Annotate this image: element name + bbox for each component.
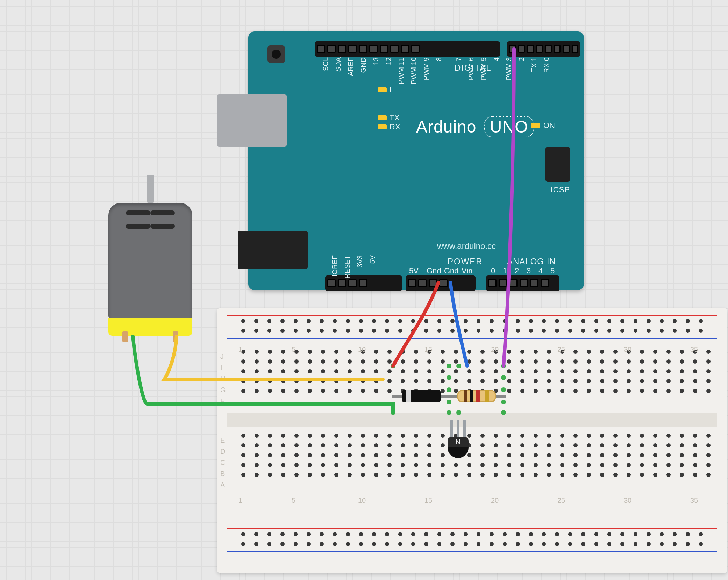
tie-point[interactable] — [241, 434, 245, 438]
tie-point[interactable] — [374, 359, 378, 364]
tie-point[interactable] — [374, 453, 378, 457]
tie-point[interactable] — [385, 319, 389, 323]
pin-socket[interactable] — [359, 45, 367, 53]
tie-point[interactable] — [647, 532, 650, 536]
tie-point[interactable] — [307, 542, 311, 546]
tie-point[interactable] — [398, 542, 402, 546]
tie-point[interactable] — [241, 532, 245, 536]
tie-point[interactable] — [587, 443, 591, 447]
tie-point[interactable] — [308, 473, 312, 477]
tie-point[interactable] — [542, 542, 546, 546]
tie-point[interactable] — [693, 369, 697, 373]
tie-point[interactable] — [503, 532, 507, 536]
tie-point[interactable] — [321, 379, 325, 383]
tie-point[interactable] — [534, 369, 538, 373]
tie-point[interactable] — [560, 473, 564, 477]
tie-point[interactable] — [699, 329, 703, 333]
tie-point[interactable] — [547, 473, 551, 477]
tie-point[interactable] — [653, 463, 657, 467]
tie-point[interactable] — [653, 443, 657, 447]
motor-terminal-right[interactable] — [173, 331, 178, 342]
tie-point[interactable] — [387, 350, 392, 354]
tie-point[interactable] — [706, 453, 711, 457]
tie-point[interactable] — [600, 473, 604, 477]
tie-point[interactable] — [573, 443, 578, 447]
tie-point[interactable] — [653, 350, 657, 354]
tie-point[interactable] — [281, 463, 285, 467]
tie-point[interactable] — [666, 379, 671, 383]
tie-point[interactable] — [613, 359, 618, 364]
tie-point[interactable] — [268, 473, 272, 477]
tie-point[interactable] — [414, 473, 418, 477]
tie-point[interactable] — [480, 369, 485, 373]
tie-point[interactable] — [464, 542, 468, 546]
tie-point[interactable] — [620, 319, 624, 323]
tie-point[interactable] — [490, 542, 493, 546]
tie-point[interactable] — [268, 379, 272, 383]
tie-point[interactable] — [424, 542, 428, 546]
tie-point[interactable] — [281, 434, 285, 438]
tie-point[interactable] — [348, 350, 352, 354]
tie-point[interactable] — [334, 350, 338, 354]
tie-point[interactable] — [529, 329, 533, 333]
tie-point[interactable] — [308, 463, 312, 467]
tie-point[interactable] — [607, 542, 611, 546]
tie-point[interactable] — [374, 369, 378, 373]
power-header-extra[interactable] — [325, 275, 402, 291]
tie-point[interactable] — [613, 443, 618, 447]
pin-socket[interactable] — [401, 45, 409, 53]
tie-point[interactable] — [450, 542, 454, 546]
tie-point[interactable] — [401, 350, 405, 354]
transistor-lead-2[interactable] — [457, 420, 459, 439]
tie-point[interactable] — [374, 389, 378, 393]
tie-point[interactable] — [450, 329, 454, 333]
tie-point[interactable] — [613, 473, 618, 477]
pin-socket[interactable] — [530, 279, 538, 287]
tie-point[interactable] — [255, 389, 259, 393]
tie-point[interactable] — [640, 369, 644, 373]
tie-point[interactable] — [308, 443, 312, 447]
tie-point[interactable] — [507, 369, 511, 373]
tie-point[interactable] — [268, 453, 272, 457]
tie-point[interactable] — [308, 369, 312, 373]
analog-header[interactable] — [486, 275, 559, 291]
tie-point[interactable] — [361, 389, 365, 393]
tie-point[interactable] — [627, 389, 631, 393]
tie-point[interactable] — [706, 463, 711, 467]
tie-point[interactable] — [653, 379, 657, 383]
tie-point[interactable] — [600, 350, 604, 354]
tie-point[interactable] — [333, 542, 337, 546]
tie-point[interactable] — [427, 453, 431, 457]
pin-socket[interactable] — [554, 45, 561, 53]
tie-point[interactable] — [516, 532, 520, 536]
tie-point[interactable] — [308, 389, 312, 393]
tie-point[interactable] — [387, 443, 392, 447]
tie-point[interactable] — [547, 389, 551, 393]
tie-point[interactable] — [414, 463, 418, 467]
tie-point[interactable] — [568, 542, 572, 546]
tie-point[interactable] — [568, 329, 572, 333]
tie-point[interactable] — [441, 389, 445, 393]
flyback-diode[interactable] — [402, 390, 441, 402]
tie-point[interactable] — [666, 473, 671, 477]
tie-point[interactable] — [640, 350, 644, 354]
tie-point[interactable] — [480, 453, 485, 457]
digital-header-right[interactable] — [507, 41, 580, 57]
tie-point[interactable] — [640, 379, 644, 383]
tie-point[interactable] — [294, 319, 298, 323]
tie-point[interactable] — [680, 389, 684, 393]
tie-point[interactable] — [494, 473, 498, 477]
tie-point[interactable] — [706, 443, 711, 447]
tie-point[interactable] — [653, 359, 657, 364]
tie-point[interactable] — [361, 443, 365, 447]
tie-point[interactable] — [680, 463, 684, 467]
tie-point[interactable] — [680, 473, 684, 477]
tie-point[interactable] — [450, 319, 454, 323]
tie-point[interactable] — [660, 542, 664, 546]
pin-socket[interactable] — [499, 279, 507, 287]
tie-point[interactable] — [547, 359, 551, 364]
tie-point[interactable] — [516, 319, 520, 323]
tie-point[interactable] — [634, 532, 637, 536]
tie-point[interactable] — [348, 389, 352, 393]
tie-point[interactable] — [520, 389, 524, 393]
